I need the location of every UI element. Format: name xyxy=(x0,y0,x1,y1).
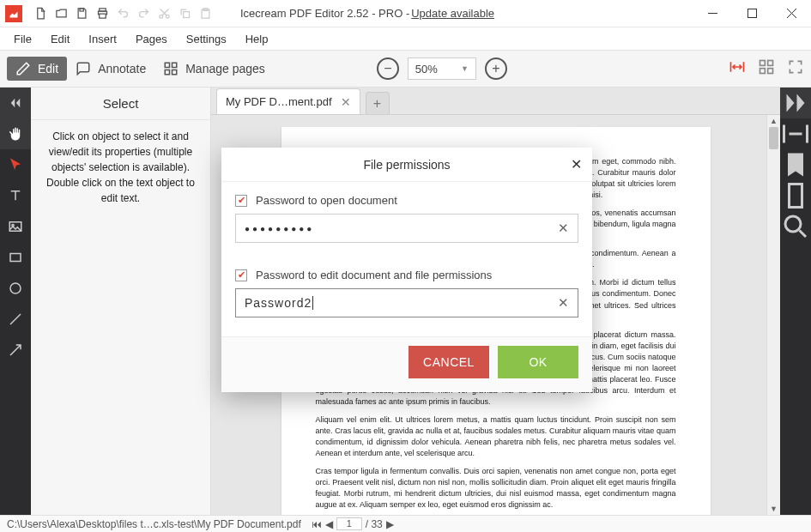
open-password-checkbox[interactable]: ✔ Password to open document xyxy=(235,194,578,207)
checkbox-checked-icon: ✔ xyxy=(235,269,247,281)
open-check-label: Password to open document xyxy=(256,194,397,207)
cancel-button[interactable]: CANCEL xyxy=(409,346,489,378)
open-password-field[interactable]: ●●●●●●●●● ✕ xyxy=(235,214,578,243)
open-password-value: ●●●●●●●●● xyxy=(245,224,558,233)
file-permissions-dialog: File permissions ✕ ✔ Password to open do… xyxy=(221,148,592,392)
edit-password-field[interactable]: Password2 ✕ xyxy=(235,288,578,317)
clear-input-icon[interactable]: ✕ xyxy=(558,295,569,311)
edit-check-label: Password to edit document and file permi… xyxy=(256,269,492,281)
dialog-overlay: File permissions ✕ ✔ Password to open do… xyxy=(0,0,811,532)
clear-input-icon[interactable]: ✕ xyxy=(558,221,569,236)
dialog-footer: CANCEL OK xyxy=(221,336,592,392)
edit-password-checkbox[interactable]: ✔ Password to edit document and file per… xyxy=(235,269,578,281)
dialog-header: File permissions ✕ xyxy=(221,148,592,182)
ok-button[interactable]: OK xyxy=(498,346,578,378)
dialog-title: File permissions xyxy=(363,158,450,172)
checkbox-checked-icon: ✔ xyxy=(235,195,247,207)
dialog-close-icon[interactable]: ✕ xyxy=(571,156,582,172)
edit-password-value: Password2 xyxy=(245,296,558,310)
dialog-body: ✔ Password to open document ●●●●●●●●● ✕ … xyxy=(221,182,592,336)
